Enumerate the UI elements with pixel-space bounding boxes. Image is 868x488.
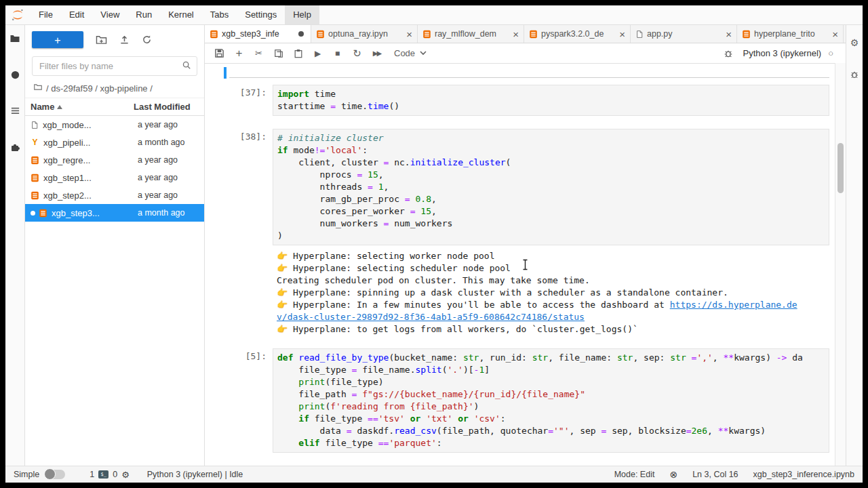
output-link[interactable]: https://ds.hyperplane.de: [670, 300, 797, 310]
menu-item-help[interactable]: Help: [285, 5, 319, 24]
code-line: cores_per_worker = 15,: [277, 205, 825, 218]
menu-item-view[interactable]: View: [92, 5, 127, 24]
table-row[interactable]: xgb_step2...a year ago: [25, 186, 204, 204]
cell-editor[interactable]: # initialize clusterif mode!='local': cl…: [273, 129, 829, 245]
code-line: num_workers = num_workers: [277, 218, 825, 230]
notebook-cell: [37]:import timestarttime = time.time(): [229, 85, 829, 116]
output-line: Creating scheduler pod on cluster. This …: [277, 274, 825, 287]
simple-mode-toggle[interactable]: [45, 470, 65, 479]
cell-list: [37]:import timestarttime = time.time()[…: [229, 85, 829, 453]
code-line: def read_file_by_type(bucket_name: str, …: [277, 352, 825, 364]
menu-item-edit[interactable]: Edit: [61, 5, 92, 24]
breadcrumb[interactable]: / ds-29faf59 / xgb-pipeline /: [25, 77, 204, 98]
copy-cells-button[interactable]: [269, 45, 288, 62]
tab-xgb_step3_infe[interactable]: xgb_step3_infe: [205, 25, 311, 43]
output-line: 👉 Hyperplane: to get logs from all worke…: [277, 323, 825, 336]
new-launcher-button[interactable]: +: [32, 31, 83, 48]
kernel-status-text[interactable]: Python 3 (ipykernel) | Idle: [147, 470, 243, 479]
tab-app.py[interactable]: app.py×: [631, 25, 737, 43]
cell-type-dropdown[interactable]: Code: [394, 48, 427, 58]
code-line: import time: [277, 88, 825, 100]
notebook-icon: [31, 191, 39, 200]
notebook-cell: [38]:# initialize clusterif mode!='local…: [229, 129, 829, 336]
notifications-icon[interactable]: ⊗: [669, 469, 677, 480]
table-row[interactable]: Yxgb_pipeli...a month ago: [25, 134, 204, 151]
debugger-sidebar-icon[interactable]: [850, 70, 859, 81]
tab-close-icon[interactable]: ×: [726, 29, 732, 39]
active-cell-collapser[interactable]: [224, 67, 226, 79]
yaml-icon: Y: [31, 138, 39, 147]
filter-box: [32, 56, 197, 76]
file-browser-icon[interactable]: [9, 33, 20, 47]
run-cell-button[interactable]: ▶: [309, 45, 327, 62]
table-row[interactable]: xgb_step3...a month ago: [25, 204, 204, 222]
column-header-modified[interactable]: Last Modified: [134, 102, 199, 112]
tab-optuna_ray.ipyn[interactable]: optuna_ray.ipyn×: [311, 25, 418, 43]
screen: FileEditViewRunKernelTabsSettingsHelp: [0, 0, 868, 488]
code-line: print(f'reading from {file_path}'): [277, 401, 825, 413]
filter-files-input[interactable]: [38, 60, 182, 72]
menu-item-file[interactable]: File: [31, 5, 61, 24]
notebook-icon: [529, 30, 538, 39]
cursor-position[interactable]: Ln 3, Col 16: [692, 470, 738, 479]
tab-pyspark3.2.0_de[interactable]: pyspark3.2.0_de×: [524, 25, 631, 43]
cut-cells-button[interactable]: ✂: [250, 45, 268, 62]
table-row[interactable]: xgb_mode...a year ago: [25, 116, 204, 134]
search-icon: [182, 60, 191, 72]
command-mode-indicator[interactable]: Mode: Edit: [614, 470, 655, 479]
file-name: xgb_step3...: [52, 208, 134, 218]
notebook-icon: [39, 209, 47, 218]
new-folder-icon[interactable]: [96, 35, 107, 45]
terminal-icon: $_: [98, 470, 108, 479]
property-inspector-gear-icon[interactable]: ⚙: [850, 37, 859, 48]
sessions-indicator[interactable]: 1 $_ 0 ⚙: [90, 470, 130, 480]
table-of-contents-icon[interactable]: [10, 106, 20, 119]
tab-hyperplane_trito[interactable]: hyperplane_trito×: [737, 25, 844, 43]
menu-item-run[interactable]: Run: [127, 5, 160, 24]
refresh-icon[interactable]: [142, 35, 152, 45]
table-row[interactable]: xgb_step1...a year ago: [25, 169, 204, 186]
save-button[interactable]: [210, 45, 229, 62]
file-modified: a year ago: [138, 155, 199, 165]
column-header-name[interactable]: Name: [31, 102, 134, 112]
unsaved-dot-icon[interactable]: [298, 31, 304, 37]
paste-cells-button[interactable]: [289, 45, 307, 62]
menu-item-kernel[interactable]: Kernel: [160, 5, 202, 24]
notebook-scrollbar[interactable]: [835, 63, 846, 466]
terminal-count: 1: [90, 470, 94, 479]
code-line: ram_gb_per_proc = 0.8,: [277, 193, 825, 205]
run-all-cells-button[interactable]: ▶▶: [368, 45, 386, 62]
tab-close-icon[interactable]: ×: [619, 29, 625, 39]
tab-label: optuna_ray.ipyn: [328, 29, 403, 39]
notebook-icon: [31, 156, 39, 165]
extension-manager-icon[interactable]: [9, 142, 20, 155]
tab-close-icon[interactable]: ×: [406, 29, 412, 39]
menu-item-tabs[interactable]: Tabs: [202, 5, 237, 24]
restart-kernel-button[interactable]: ↻: [348, 45, 366, 62]
insert-cell-button[interactable]: +: [230, 45, 248, 62]
tab-close-icon[interactable]: ×: [832, 29, 838, 39]
kernel-name-button[interactable]: Python 3 (ipykernel): [743, 48, 822, 58]
output-link[interactable]: v/dask-cluster-29897d92-8f36-4ab1-a5f9-6…: [277, 312, 585, 322]
cell-editor[interactable]: import timestarttime = time.time(): [273, 85, 829, 116]
code-line: # initialize cluster: [277, 132, 825, 144]
interrupt-kernel-button[interactable]: ■: [328, 45, 347, 62]
partially-scrolled-cell[interactable]: [229, 69, 829, 78]
home-folder-icon[interactable]: [33, 83, 43, 94]
running-sessions-icon[interactable]: [10, 70, 20, 83]
jupyterhub-logo-icon[interactable]: [10, 7, 25, 22]
menu-item-settings[interactable]: Settings: [237, 5, 285, 24]
tab-close-icon[interactable]: ×: [513, 29, 519, 39]
tab-ray_mlflow_dem[interactable]: ray_mlflow_dem×: [418, 25, 524, 43]
table-row[interactable]: xgb_regre...a year ago: [25, 151, 204, 169]
file-list: xgb_mode...a year agoYxgb_pipeli...a mon…: [25, 116, 204, 222]
cell-input-prompt: [5]:: [229, 348, 273, 453]
code-line: nthreads = 1,: [277, 181, 825, 193]
upload-icon[interactable]: [119, 35, 130, 45]
cell-input-prompt: [37]:: [229, 85, 273, 116]
scrollbar-thumb[interactable]: [837, 143, 844, 193]
debugger-bug-icon[interactable]: [719, 45, 738, 62]
cell-editor[interactable]: def read_file_by_type(bucket_name: str, …: [273, 348, 829, 453]
notebook-toolbar: + ✂ ▶ ■: [205, 43, 846, 64]
simple-mode-label: Simple: [14, 470, 39, 479]
